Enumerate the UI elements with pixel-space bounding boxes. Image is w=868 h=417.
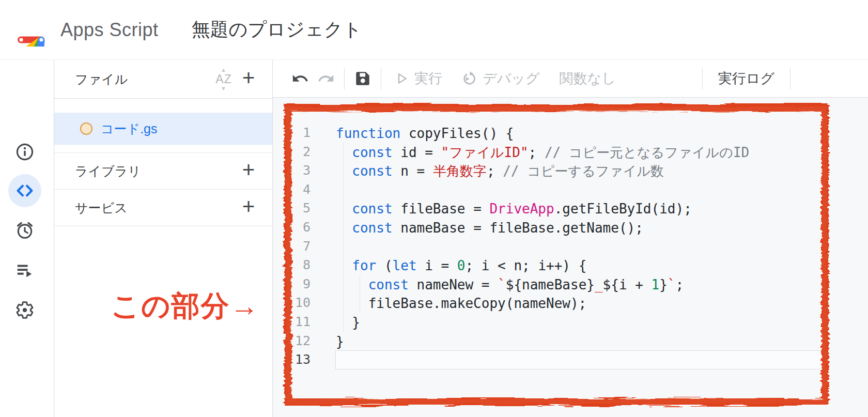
toolbar-divider: [344, 68, 345, 89]
code-line[interactable]: 8 for (let i = 0; i < n; i++) {: [273, 256, 868, 275]
add-library-button[interactable]: +: [237, 159, 260, 183]
libraries-label: ライブラリ: [75, 163, 237, 180]
line-content: [335, 350, 825, 369]
line-content: [335, 237, 825, 256]
line-number: 10: [273, 294, 335, 313]
sort-down-arrow-icon: ▼: [210, 86, 237, 91]
code-line[interactable]: 6 const nameBase = fileBase.getName();: [273, 218, 868, 237]
run-button[interactable]: 実行: [394, 69, 442, 88]
editor-toolbar: 実行 デバッグ 関数なし 実行ログ: [273, 60, 868, 98]
file-item-code-gs[interactable]: コード.gs: [54, 113, 272, 145]
files-header-label: ファイル: [75, 71, 210, 88]
line-content: const nameBase = fileBase.getName();: [335, 218, 825, 237]
code-line[interactable]: 3 const n = 半角数字; // コピーするファイル数: [273, 161, 868, 180]
files-list: コード.gs: [54, 99, 272, 153]
line-number: 2: [273, 143, 335, 162]
redo-button[interactable]: [317, 70, 335, 87]
info-icon: [15, 142, 35, 162]
redo-icon: [317, 70, 335, 87]
unsaved-indicator-icon: [80, 122, 92, 135]
line-number: 9: [273, 275, 335, 294]
nav-overview-button[interactable]: [8, 135, 41, 168]
undo-icon: [291, 70, 309, 87]
nav-rail: [0, 60, 54, 417]
code-line[interactable]: 4: [273, 180, 868, 199]
debug-label: デバッグ: [483, 69, 540, 88]
nav-editor-button[interactable]: [8, 174, 41, 207]
nav-executions-button[interactable]: [8, 254, 41, 287]
code-editor[interactable]: 1function copyFiles() {2 const id = "ファイ…: [273, 98, 868, 417]
code-line[interactable]: 12}: [273, 332, 868, 351]
undo-button[interactable]: [291, 70, 309, 87]
app-name[interactable]: Apps Script: [60, 19, 159, 41]
code-line[interactable]: 7: [273, 237, 868, 256]
add-service-button[interactable]: +: [237, 195, 260, 220]
line-number: 13: [273, 350, 335, 369]
apps-script-logo-icon: [17, 13, 50, 47]
alarm-clock-icon: [15, 221, 35, 240]
gear-icon: [15, 300, 35, 320]
code-line[interactable]: 5 const fileBase = DriveApp.getFileById(…: [273, 199, 868, 218]
line-content: const n = 半角数字; // コピーするファイル数: [335, 161, 825, 180]
line-content: }: [335, 332, 825, 351]
services-row: サービス +: [54, 190, 272, 226]
debug-icon: [461, 70, 477, 87]
line-number: 12: [273, 332, 335, 351]
line-content: [335, 180, 825, 199]
line-content: const fileBase = DriveApp.getFileById(id…: [335, 199, 825, 218]
red-annotation-text: この部分→: [111, 287, 260, 326]
libraries-row: ライブラリ +: [54, 153, 272, 190]
line-number: 1: [273, 123, 335, 143]
code-line[interactable]: 13: [273, 350, 868, 369]
files-header-row: ファイル ▲AZ▼ +: [54, 60, 272, 99]
execution-log-button[interactable]: 実行ログ: [703, 69, 790, 88]
debug-button[interactable]: デバッグ: [461, 69, 540, 88]
project-title[interactable]: 無題のプロジェクト: [192, 17, 362, 42]
line-content: fileBase.makeCopy(nameNew);: [335, 294, 825, 313]
code-line[interactable]: 11 }: [273, 313, 868, 332]
services-label: サービス: [75, 199, 237, 217]
line-content: const id = "ファイルID"; // コピー元となるファイルのID: [335, 143, 825, 162]
code-lines: 1function copyFiles() {2 const id = "ファイ…: [273, 123, 868, 369]
line-number: 4: [273, 180, 335, 199]
nav-triggers-button[interactable]: [8, 214, 41, 247]
save-icon: [354, 70, 371, 87]
sort-az-icon[interactable]: ▲AZ▼: [210, 67, 237, 91]
save-button[interactable]: [354, 70, 371, 87]
sort-up-arrow-icon: ▲: [210, 67, 237, 72]
app-header: Apps Script 無題のプロジェクト: [0, 0, 868, 60]
line-number: 11: [273, 313, 335, 332]
code-line[interactable]: 1function copyFiles() {: [273, 123, 868, 143]
editor-pane: 実行 デバッグ 関数なし 実行ログ 1function copyFiles() …: [273, 60, 868, 417]
toolbar-divider: [790, 68, 791, 89]
run-play-icon: [394, 71, 409, 86]
line-number: 5: [273, 199, 335, 218]
line-number: 8: [273, 256, 335, 275]
code-line[interactable]: 2 const id = "ファイルID"; // コピー元となるファイルのID: [273, 143, 868, 162]
line-content: const nameNew = `${nameBase}_${i + 1}`;: [335, 275, 825, 294]
function-select[interactable]: 関数なし: [560, 69, 616, 88]
line-number: 7: [273, 237, 335, 256]
line-content: }: [335, 313, 825, 332]
toolbar-divider: [381, 68, 381, 89]
line-number: 3: [273, 161, 335, 180]
nav-settings-button[interactable]: [8, 294, 41, 327]
line-content: for (let i = 0; i < n; i++) {: [335, 256, 825, 275]
file-panel: ファイル ▲AZ▼ + コード.gs ライブラリ + サービス + この部分→: [54, 60, 273, 417]
line-number: 6: [273, 218, 335, 237]
file-name: コード.gs: [101, 120, 158, 137]
run-label: 実行: [414, 69, 442, 88]
executions-list-icon: [15, 260, 35, 280]
code-line[interactable]: 9 const nameNew = `${nameBase}_${i + 1}`…: [273, 275, 868, 294]
add-file-button[interactable]: +: [237, 67, 260, 91]
code-line[interactable]: 10 fileBase.makeCopy(nameNew);: [273, 294, 868, 313]
code-icon: [14, 180, 35, 201]
line-content: function copyFiles() {: [335, 123, 825, 143]
